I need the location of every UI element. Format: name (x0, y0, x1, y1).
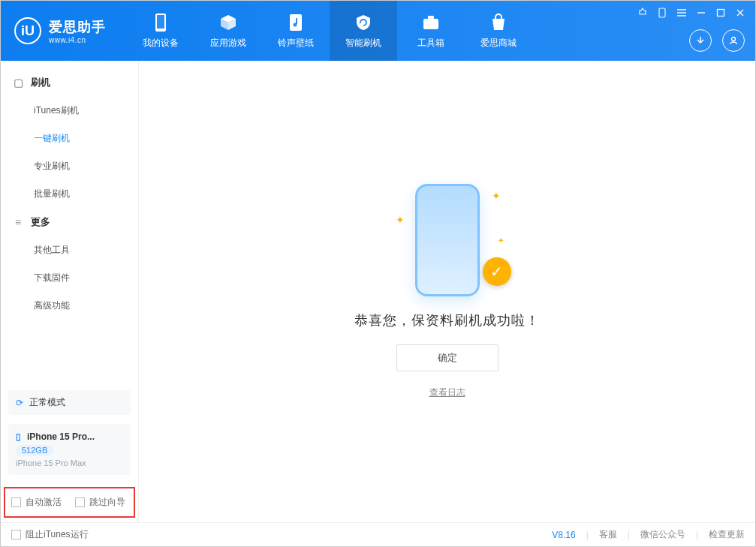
nav-label: 应用游戏 (210, 37, 246, 50)
ok-button[interactable]: 确定 (396, 344, 498, 371)
sidebar-scroll: ▢ 刷机 iTunes刷机 一键刷机 专业刷机 批量刷机 ≡ 更多 其他工具 下… (1, 61, 138, 386)
checkbox-icon (11, 530, 21, 539)
sidebar-item-other-tools[interactable]: 其他工具 (1, 236, 138, 264)
group-title: 更多 (31, 215, 50, 229)
checkbox-icon (11, 497, 21, 507)
nav-toolbox[interactable]: 工具箱 (397, 1, 465, 61)
device-name: iPhone 15 Pro... (27, 431, 95, 442)
device-mode-label: 正常模式 (29, 396, 65, 409)
window-controls (637, 7, 746, 19)
more-icon: ≡ (13, 216, 23, 228)
nav-ringtones[interactable]: 铃声壁纸 (262, 1, 330, 61)
sidebar-item-batch-flash[interactable]: 批量刷机 (1, 180, 138, 208)
sparkle-icon: ✦ (396, 214, 405, 226)
sidebar-item-advanced[interactable]: 高级功能 (1, 292, 138, 320)
briefcase-icon (421, 13, 441, 32)
storage-badge: 512GB (16, 445, 53, 455)
checkbox-label: 阻止iTunes运行 (26, 528, 89, 541)
device-small-icon: ▢ (13, 77, 23, 89)
divider: | (696, 530, 698, 540)
app-window: iU 爱思助手 www.i4.cn 我的设备 应用游戏 铃声壁纸 智能刷机 (0, 0, 756, 547)
refresh-icon: ⟳ (16, 398, 23, 408)
nav-apps[interactable]: 应用游戏 (194, 1, 262, 61)
svg-rect-15 (718, 10, 724, 17)
svg-rect-1 (157, 15, 164, 29)
refresh-shield-icon (354, 13, 373, 32)
divider: | (628, 530, 630, 540)
download-button[interactable] (689, 29, 712, 52)
svg-rect-8 (423, 19, 438, 29)
view-log-link[interactable]: 查看日志 (429, 386, 465, 399)
success-message: 恭喜您，保资料刷机成功啦！ (354, 311, 540, 329)
checkbox-auto-activate[interactable]: 自动激活 (11, 496, 62, 509)
logo-icon: iU (14, 17, 41, 44)
app-title: 爱思助手 (49, 18, 106, 36)
nav-label: 我的设备 (143, 37, 179, 50)
svg-point-19 (732, 38, 736, 41)
group-title: 刷机 (31, 76, 50, 89)
music-icon (286, 13, 306, 32)
check-badge-icon: ✓ (483, 257, 511, 286)
nav-label: 铃声壁纸 (278, 37, 314, 50)
checkbox-label: 跳过向导 (89, 496, 125, 509)
nav-store[interactable]: 爱思商城 (465, 1, 532, 61)
sidebar-item-pro-flash[interactable]: 专业刷机 (1, 152, 138, 180)
version-label: V8.16 (552, 530, 575, 540)
checkbox-skip-wizard[interactable]: 跳过向导 (75, 496, 125, 509)
cube-icon (218, 13, 238, 32)
wechat-link[interactable]: 微信公众号 (640, 528, 685, 541)
checkbox-icon (75, 497, 85, 507)
menu-icon[interactable] (676, 7, 688, 19)
svg-rect-10 (659, 8, 665, 17)
phone-illustration-icon (415, 184, 480, 296)
device-name-row: ▯ iPhone 15 Pro... (16, 431, 123, 442)
footer: 阻止iTunes运行 V8.16 | 客服 | 微信公众号 | 检查更新 (1, 522, 755, 546)
minimize-icon[interactable] (695, 7, 707, 19)
sidebar-item-download-firmware[interactable]: 下载固件 (1, 264, 138, 292)
logo-text: 爱思助手 www.i4.cn (49, 18, 106, 44)
bag-icon (489, 13, 508, 32)
phone-window-icon[interactable] (656, 7, 668, 19)
app-subtitle: www.i4.cn (49, 36, 106, 44)
device-mode[interactable]: ⟳ 正常模式 (8, 390, 131, 415)
phone-icon (151, 13, 170, 32)
nav-label: 工具箱 (417, 37, 444, 50)
sidebar-item-oneclick-flash[interactable]: 一键刷机 (1, 125, 138, 152)
account-button[interactable] (722, 29, 745, 52)
device-card[interactable]: ▯ iPhone 15 Pro... 512GB iPhone 15 Pro M… (8, 424, 131, 475)
svg-rect-9 (428, 16, 434, 19)
checkbox-label: 自动激活 (26, 496, 62, 509)
sparkle-icon: ✦ (498, 236, 504, 245)
device-full-name: iPhone 15 Pro Max (16, 458, 123, 467)
sidebar: ▢ 刷机 iTunes刷机 一键刷机 专业刷机 批量刷机 ≡ 更多 其他工具 下… (1, 61, 139, 522)
nav-label: 智能刷机 (345, 37, 381, 50)
sidebar-group-flash: ▢ 刷机 (1, 68, 138, 97)
highlighted-options: 自动激活 跳过向导 (4, 487, 135, 518)
theme-icon[interactable] (637, 7, 649, 19)
top-nav: 我的设备 应用游戏 铃声壁纸 智能刷机 工具箱 爱思商城 (127, 1, 532, 61)
support-link[interactable]: 客服 (599, 528, 617, 541)
svg-point-6 (294, 23, 297, 26)
sidebar-group-more: ≡ 更多 (1, 208, 138, 236)
body: ▢ 刷机 iTunes刷机 一键刷机 专业刷机 批量刷机 ≡ 更多 其他工具 下… (1, 61, 755, 522)
close-icon[interactable] (734, 7, 746, 19)
logo: iU 爱思助手 www.i4.cn (14, 17, 106, 44)
header-actions (689, 29, 745, 52)
nav-flash[interactable]: 智能刷机 (330, 1, 397, 61)
phone-small-icon: ▯ (16, 431, 21, 442)
success-illustration: ✦ ✦ ✦ ✓ (391, 184, 504, 296)
maximize-icon[interactable] (715, 7, 727, 19)
divider: | (586, 530, 589, 540)
header: iU 爱思助手 www.i4.cn 我的设备 应用游戏 铃声壁纸 智能刷机 (1, 1, 755, 61)
sidebar-item-itunes-flash[interactable]: iTunes刷机 (1, 97, 138, 125)
checkbox-block-itunes[interactable]: 阻止iTunes运行 (11, 528, 89, 541)
nav-label: 爱思商城 (480, 37, 517, 50)
check-update-link[interactable]: 检查更新 (709, 528, 745, 541)
sparkle-icon: ✦ (492, 190, 501, 202)
main-content: ✦ ✦ ✦ ✓ 恭喜您，保资料刷机成功啦！ 确定 查看日志 (139, 61, 755, 522)
nav-my-device[interactable]: 我的设备 (127, 1, 194, 61)
